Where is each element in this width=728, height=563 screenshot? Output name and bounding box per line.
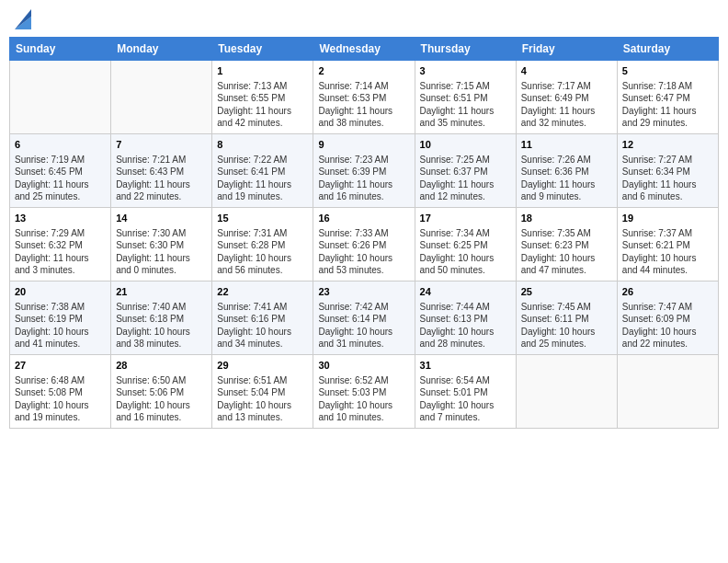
weekday-header-row: SundayMondayTuesdayWednesdayThursdayFrid…	[10, 38, 719, 61]
weekday-header-thursday: Thursday	[415, 38, 516, 61]
week-row-2: 6Sunrise: 7:19 AM Sunset: 6:45 PM Daylig…	[10, 134, 719, 208]
calendar-cell: 22Sunrise: 7:41 AM Sunset: 6:16 PM Dayli…	[212, 282, 313, 355]
calendar-cell: 4Sunrise: 7:17 AM Sunset: 6:49 PM Daylig…	[516, 61, 617, 134]
day-number: 17	[420, 212, 511, 225]
day-info: Sunrise: 7:25 AM Sunset: 6:37 PM Dayligh…	[420, 154, 511, 203]
day-info: Sunrise: 7:22 AM Sunset: 6:41 PM Dayligh…	[217, 154, 308, 203]
day-info: Sunrise: 7:13 AM Sunset: 6:55 PM Dayligh…	[217, 80, 308, 130]
calendar-cell: 17Sunrise: 7:34 AM Sunset: 6:25 PM Dayli…	[415, 208, 516, 282]
day-number: 29	[217, 359, 308, 373]
day-number: 14	[116, 212, 207, 225]
weekday-header-tuesday: Tuesday	[212, 38, 313, 61]
calendar-cell: 23Sunrise: 7:42 AM Sunset: 6:14 PM Dayli…	[313, 282, 415, 355]
calendar-cell: 2Sunrise: 7:14 AM Sunset: 6:53 PM Daylig…	[313, 61, 415, 134]
day-info: Sunrise: 7:26 AM Sunset: 6:36 PM Dayligh…	[521, 154, 612, 203]
page-header	[9, 9, 719, 29]
day-number: 5	[622, 64, 713, 78]
day-number: 10	[420, 138, 511, 152]
week-row-3: 13Sunrise: 7:29 AM Sunset: 6:32 PM Dayli…	[10, 208, 719, 282]
day-number: 21	[116, 285, 207, 299]
calendar-cell: 16Sunrise: 7:33 AM Sunset: 6:26 PM Dayli…	[313, 208, 415, 282]
calendar-cell: 21Sunrise: 7:40 AM Sunset: 6:18 PM Dayli…	[111, 282, 212, 355]
day-info: Sunrise: 7:30 AM Sunset: 6:30 PM Dayligh…	[116, 227, 207, 277]
day-info: Sunrise: 6:54 AM Sunset: 5:01 PM Dayligh…	[420, 374, 511, 424]
day-number: 1	[217, 64, 308, 78]
calendar-cell: 31Sunrise: 6:54 AM Sunset: 5:01 PM Dayli…	[415, 355, 516, 429]
calendar-cell: 1Sunrise: 7:13 AM Sunset: 6:55 PM Daylig…	[212, 61, 313, 134]
week-row-4: 20Sunrise: 7:38 AM Sunset: 6:19 PM Dayli…	[10, 282, 719, 355]
day-number: 9	[318, 138, 409, 152]
weekday-header-sunday: Sunday	[10, 38, 111, 61]
day-info: Sunrise: 7:27 AM Sunset: 6:34 PM Dayligh…	[622, 154, 713, 203]
calendar-cell: 30Sunrise: 6:52 AM Sunset: 5:03 PM Dayli…	[313, 355, 415, 429]
day-info: Sunrise: 7:35 AM Sunset: 6:23 PM Dayligh…	[521, 227, 612, 277]
calendar-cell: 19Sunrise: 7:37 AM Sunset: 6:21 PM Dayli…	[617, 208, 718, 282]
day-info: Sunrise: 7:17 AM Sunset: 6:49 PM Dayligh…	[521, 80, 612, 130]
day-number: 11	[521, 138, 612, 152]
day-info: Sunrise: 7:31 AM Sunset: 6:28 PM Dayligh…	[217, 227, 308, 277]
day-info: Sunrise: 7:34 AM Sunset: 6:25 PM Dayligh…	[420, 227, 511, 277]
day-info: Sunrise: 7:18 AM Sunset: 6:47 PM Dayligh…	[622, 80, 713, 130]
day-number: 25	[521, 285, 612, 299]
day-info: Sunrise: 7:37 AM Sunset: 6:21 PM Dayligh…	[622, 227, 713, 277]
day-number: 24	[420, 285, 511, 299]
day-number: 15	[217, 212, 308, 225]
day-info: Sunrise: 6:52 AM Sunset: 5:03 PM Dayligh…	[318, 374, 409, 424]
calendar-cell: 20Sunrise: 7:38 AM Sunset: 6:19 PM Dayli…	[10, 282, 111, 355]
calendar-cell: 12Sunrise: 7:27 AM Sunset: 6:34 PM Dayli…	[617, 134, 718, 208]
calendar-cell: 3Sunrise: 7:15 AM Sunset: 6:51 PM Daylig…	[415, 61, 516, 134]
calendar-cell: 11Sunrise: 7:26 AM Sunset: 6:36 PM Dayli…	[516, 134, 617, 208]
weekday-header-friday: Friday	[516, 38, 617, 61]
calendar-cell: 14Sunrise: 7:30 AM Sunset: 6:30 PM Dayli…	[111, 208, 212, 282]
day-number: 8	[217, 138, 308, 152]
day-info: Sunrise: 7:44 AM Sunset: 6:13 PM Dayligh…	[420, 301, 511, 350]
day-number: 22	[217, 285, 308, 299]
weekday-header-wednesday: Wednesday	[313, 38, 415, 61]
weekday-header-saturday: Saturday	[617, 38, 718, 61]
day-info: Sunrise: 7:33 AM Sunset: 6:26 PM Dayligh…	[318, 227, 409, 277]
day-info: Sunrise: 7:47 AM Sunset: 6:09 PM Dayligh…	[622, 301, 713, 350]
calendar-cell	[516, 355, 617, 429]
calendar-cell: 28Sunrise: 6:50 AM Sunset: 5:06 PM Dayli…	[111, 355, 212, 429]
day-number: 30	[318, 359, 409, 373]
day-number: 7	[116, 138, 207, 152]
calendar-cell: 10Sunrise: 7:25 AM Sunset: 6:37 PM Dayli…	[415, 134, 516, 208]
day-info: Sunrise: 7:38 AM Sunset: 6:19 PM Dayligh…	[15, 301, 106, 350]
day-number: 4	[521, 64, 612, 78]
calendar-cell	[10, 61, 111, 134]
logo	[13, 9, 31, 29]
day-info: Sunrise: 7:15 AM Sunset: 6:51 PM Dayligh…	[420, 80, 511, 130]
week-row-1: 1Sunrise: 7:13 AM Sunset: 6:55 PM Daylig…	[10, 61, 719, 134]
weekday-header-monday: Monday	[111, 38, 212, 61]
day-info: Sunrise: 7:41 AM Sunset: 6:16 PM Dayligh…	[217, 301, 308, 350]
calendar-cell: 13Sunrise: 7:29 AM Sunset: 6:32 PM Dayli…	[10, 208, 111, 282]
calendar-cell: 27Sunrise: 6:48 AM Sunset: 5:08 PM Dayli…	[10, 355, 111, 429]
day-info: Sunrise: 7:23 AM Sunset: 6:39 PM Dayligh…	[318, 154, 409, 203]
day-number: 23	[318, 285, 409, 299]
day-info: Sunrise: 7:29 AM Sunset: 6:32 PM Dayligh…	[15, 227, 106, 277]
calendar-cell: 5Sunrise: 7:18 AM Sunset: 6:47 PM Daylig…	[617, 61, 718, 134]
day-number: 13	[15, 212, 106, 225]
day-info: Sunrise: 7:14 AM Sunset: 6:53 PM Dayligh…	[318, 80, 409, 130]
calendar-cell: 29Sunrise: 6:51 AM Sunset: 5:04 PM Dayli…	[212, 355, 313, 429]
calendar-cell	[617, 355, 718, 429]
calendar-table: SundayMondayTuesdayWednesdayThursdayFrid…	[9, 37, 719, 429]
calendar-cell: 6Sunrise: 7:19 AM Sunset: 6:45 PM Daylig…	[10, 134, 111, 208]
day-number: 28	[116, 359, 207, 373]
week-row-5: 27Sunrise: 6:48 AM Sunset: 5:08 PM Dayli…	[10, 355, 719, 429]
day-number: 19	[622, 212, 713, 225]
calendar-cell: 26Sunrise: 7:47 AM Sunset: 6:09 PM Dayli…	[617, 282, 718, 355]
calendar-cell: 24Sunrise: 7:44 AM Sunset: 6:13 PM Dayli…	[415, 282, 516, 355]
day-info: Sunrise: 7:21 AM Sunset: 6:43 PM Dayligh…	[116, 154, 207, 203]
day-info: Sunrise: 6:51 AM Sunset: 5:04 PM Dayligh…	[217, 374, 308, 424]
day-number: 16	[318, 212, 409, 225]
day-number: 26	[622, 285, 713, 299]
calendar-cell: 7Sunrise: 7:21 AM Sunset: 6:43 PM Daylig…	[111, 134, 212, 208]
calendar-cell: 9Sunrise: 7:23 AM Sunset: 6:39 PM Daylig…	[313, 134, 415, 208]
calendar-cell: 25Sunrise: 7:45 AM Sunset: 6:11 PM Dayli…	[516, 282, 617, 355]
logo-icon	[15, 9, 31, 29]
calendar-cell: 15Sunrise: 7:31 AM Sunset: 6:28 PM Dayli…	[212, 208, 313, 282]
calendar-cell	[111, 61, 212, 134]
day-info: Sunrise: 7:19 AM Sunset: 6:45 PM Dayligh…	[15, 154, 106, 203]
day-info: Sunrise: 7:40 AM Sunset: 6:18 PM Dayligh…	[116, 301, 207, 350]
